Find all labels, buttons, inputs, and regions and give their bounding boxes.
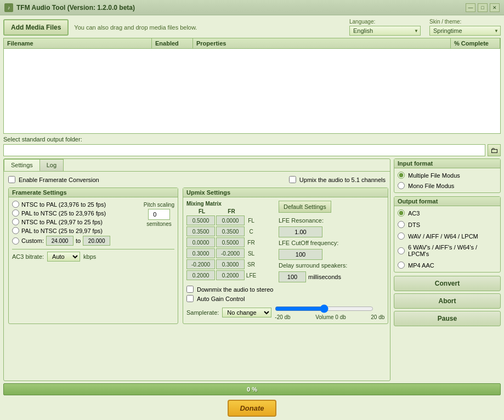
framerate-radio-3[interactable] — [12, 227, 19, 234]
matrix-cell-4-1[interactable] — [216, 259, 245, 269]
output-ac3-label: AC3 — [408, 210, 420, 217]
mixing-matrix: Mixing Matrix FL FR FL — [186, 201, 274, 282]
title-bar: ♪ TFM Audio Tool (Version: 1.2.0.0 beta)… — [0, 0, 504, 15]
output-dts-radio[interactable] — [398, 221, 405, 228]
output-ac3-row: AC3 — [398, 209, 497, 217]
output-6wav-radio[interactable] — [398, 247, 405, 254]
delay-input[interactable] — [279, 271, 306, 282]
input-multiple-label: Multiple File Modus — [408, 172, 460, 179]
custom-row: Custom: 24.000 to 20.000 — [12, 236, 139, 246]
downmix-row: Downmix the audio to stereo — [186, 286, 384, 293]
tab-settings[interactable]: Settings — [4, 159, 40, 171]
action-buttons: Convert Abort Pause — [394, 276, 501, 326]
output-mp4-row: MP4 AAC — [398, 262, 497, 269]
language-dropdown-wrapper: English German French ▼ — [349, 26, 421, 36]
matrix-cell-1-0[interactable] — [186, 226, 215, 236]
matrix-row-3: SL — [186, 248, 274, 258]
matrix-cell-3-0[interactable] — [186, 248, 215, 258]
output-dts-label: DTS — [408, 222, 420, 228]
lfe-cutoff-input[interactable] — [279, 249, 322, 260]
framerate-group-title: Framerate Settings — [9, 188, 178, 197]
language-group: Language: English German French ▼ — [349, 19, 421, 36]
matrix-cell-2-0[interactable] — [186, 237, 215, 247]
framerate-rows: NTSC to PAL (23,976 to 25 fps) PAL to NT… — [12, 201, 174, 246]
language-label: Language: — [349, 19, 421, 25]
output-6wav-row: 6 WAV's / AIFF's / W64's / LPCM's — [398, 244, 497, 257]
output-6wav-label: 6 WAV's / AIFF's / W64's / LPCM's — [408, 244, 497, 257]
volume-min-label: -20 db — [275, 314, 290, 320]
donate-button[interactable]: Donate — [228, 400, 276, 417]
output-folder-label: Select standard output folder: — [3, 136, 501, 143]
skin-select[interactable]: Springtime Classic Dark — [429, 26, 501, 36]
output-wav-radio[interactable] — [398, 232, 405, 240]
samplerate-label: Samplerate: — [186, 309, 219, 316]
matrix-col-fr: FR — [217, 208, 246, 214]
two-columns: Framerate Settings NTSC to PAL (23,976 t… — [8, 188, 386, 324]
matrix-cell-1-1[interactable] — [216, 226, 245, 236]
volume-slider[interactable] — [275, 304, 373, 313]
maximize-button[interactable]: □ — [478, 3, 488, 12]
matrix-row-1: C — [186, 226, 274, 236]
framerate-option-1: PAL to NTSC (25 to 23,976 fps) — [12, 209, 139, 217]
browse-folder-button[interactable]: 🗀 — [488, 144, 501, 156]
output-mp4-radio[interactable] — [398, 262, 405, 269]
framerate-box: Framerate Settings NTSC to PAL (23,976 t… — [8, 188, 178, 324]
add-media-button[interactable]: Add Media Files — [3, 19, 69, 36]
abort-button[interactable]: Abort — [394, 293, 501, 309]
downmix-checkbox[interactable] — [186, 286, 194, 293]
matrix-cell-2-1[interactable] — [216, 237, 245, 247]
framerate-radio-2[interactable] — [12, 218, 19, 225]
progress-text: 0 % — [247, 386, 257, 393]
input-multiple-radio[interactable] — [398, 172, 405, 179]
framerate-option-3: PAL to NTSC (25 to 29,97 fps) — [12, 227, 139, 234]
milliseconds-label: milliseconds — [308, 274, 341, 280]
pitch-spinner[interactable] — [148, 209, 170, 220]
output-ac3-radio[interactable] — [398, 209, 405, 217]
lfe-resonance-input[interactable] — [279, 226, 322, 237]
matrix-cell-4-0[interactable] — [186, 259, 215, 269]
framerate-group-content: NTSC to PAL (23,976 to 25 fps) PAL to NT… — [9, 197, 178, 265]
upmix-checkbox[interactable] — [289, 176, 296, 183]
ac3-label: AC3 bitrate: — [12, 253, 44, 260]
samplerate-row: Samplerate: No change 44100 48000 96000 — [186, 304, 384, 320]
pitch-area: Pitch scaling semitones — [144, 201, 174, 246]
framerate-radio-1[interactable] — [12, 209, 19, 217]
ac3-row: AC3 bitrate: Auto 128 192 256 320 448 64… — [12, 249, 174, 262]
upmix-bottom: Downmix the audio to stereo Auto Gain Co… — [183, 286, 388, 323]
matrix-cell-5-1[interactable] — [216, 270, 245, 280]
custom-from-input[interactable]: 24.000 — [46, 236, 73, 246]
framerate-radio-4[interactable] — [12, 237, 19, 245]
close-button[interactable]: ✕ — [490, 3, 500, 12]
auto-gain-checkbox[interactable] — [186, 295, 194, 302]
skin-dropdown-wrapper: Springtime Classic Dark ▼ — [429, 26, 501, 36]
drag-hint: You can also drag and drop media files b… — [74, 24, 344, 31]
matrix-cell-0-1[interactable] — [216, 215, 245, 225]
input-mono-radio[interactable] — [398, 182, 405, 189]
file-table-body[interactable] — [4, 49, 500, 132]
framerate-radio-list: NTSC to PAL (23,976 to 25 fps) PAL to NT… — [12, 201, 139, 246]
ac3-select[interactable]: Auto 128 192 256 320 448 640 — [47, 252, 80, 262]
default-settings-button[interactable]: Default Settings — [279, 201, 331, 213]
upmix-top: Mixing Matrix FL FR FL — [183, 197, 388, 286]
output-mp4-label: MP4 AAC — [408, 262, 434, 269]
language-select[interactable]: English German French — [349, 26, 421, 36]
tab-log[interactable]: Log — [39, 159, 64, 171]
minimize-button[interactable]: — — [466, 3, 475, 12]
matrix-label-fr: FR — [246, 240, 257, 246]
custom-to-input[interactable]: 20.000 — [83, 236, 110, 246]
framerate-conversion-checkbox[interactable] — [8, 176, 15, 183]
framerate-radio-0[interactable] — [12, 201, 19, 208]
matrix-cell-0-0[interactable] — [186, 215, 215, 225]
convert-button[interactable]: Convert — [394, 276, 501, 291]
input-format-title: Input format — [394, 159, 500, 168]
matrix-row-0: FL — [186, 215, 274, 225]
donate-section: Donate — [3, 400, 501, 417]
settings-content: Enable Framerate Conversion Upmix the au… — [4, 172, 390, 328]
pause-button[interactable]: Pause — [394, 311, 501, 326]
matrix-cell-5-0[interactable] — [186, 270, 215, 280]
framerate-conversion-row: Enable Framerate Conversion — [8, 176, 99, 183]
matrix-cell-3-1[interactable] — [216, 248, 245, 258]
progress-bar: 0 % — [3, 383, 501, 395]
samplerate-select[interactable]: No change 44100 48000 96000 — [222, 308, 271, 317]
output-folder-input[interactable] — [3, 144, 485, 156]
